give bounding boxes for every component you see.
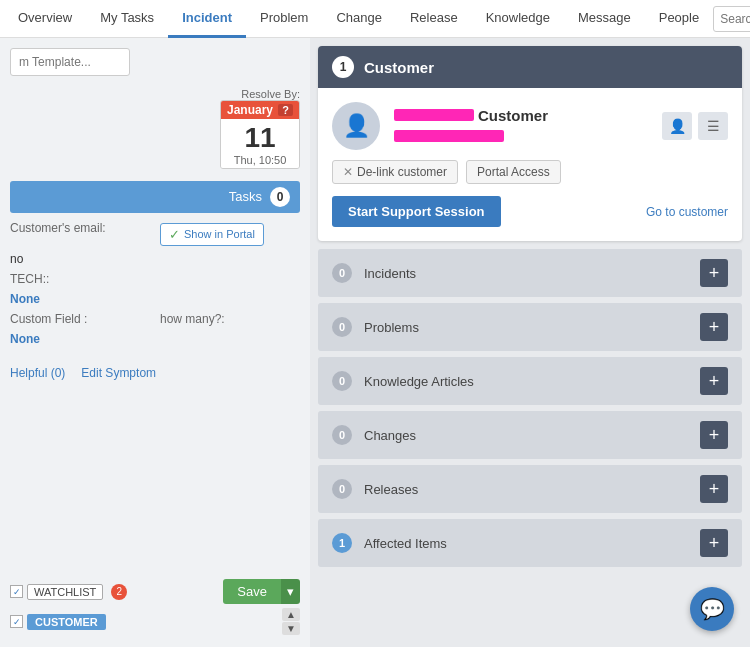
- check-icon: ✓: [169, 227, 180, 242]
- changes-add-button[interactable]: +: [700, 421, 728, 449]
- show-portal-label: Show in Portal: [184, 228, 255, 240]
- customer-body: 👤 Customer 👤 ☰: [318, 88, 742, 241]
- list-item[interactable]: 0 Problems +: [318, 303, 742, 351]
- customer-name: Customer: [478, 107, 548, 124]
- tab-release[interactable]: Release: [396, 0, 472, 38]
- releases-label: Releases: [364, 482, 700, 497]
- list-item[interactable]: 0 Changes +: [318, 411, 742, 459]
- helpful-row: Helpful (0) Edit Symptom: [10, 366, 300, 380]
- calendar-box[interactable]: January ? 11 Thu, 10:50: [220, 100, 300, 169]
- knowledge-articles-label: Knowledge Articles: [364, 374, 700, 389]
- start-support-session-button[interactable]: Start Support Session: [332, 196, 501, 227]
- watchlist-tag: ✓ WATCHLIST 2: [10, 584, 127, 600]
- save-dropdown-button[interactable]: ▾: [281, 579, 300, 604]
- bottom-tags: ✓ WATCHLIST 2 Save ▾ ✓ CUSTOMER ▲ ▼: [10, 579, 300, 639]
- watchlist-row: ✓ WATCHLIST 2 Save ▾: [10, 579, 300, 604]
- releases-count: 0: [332, 479, 352, 499]
- customer-tag-row: ✓ CUSTOMER ▲ ▼: [10, 608, 300, 635]
- customer-profile-icon-btn[interactable]: 👤: [662, 112, 692, 140]
- search-input[interactable]: [720, 12, 750, 26]
- tab-my-tasks[interactable]: My Tasks: [86, 0, 168, 38]
- search-box[interactable]: 🔍: [713, 6, 750, 32]
- affected-items-count: 1: [332, 533, 352, 553]
- watchlist-checkbox[interactable]: ✓: [10, 585, 23, 598]
- save-button[interactable]: Save: [223, 579, 281, 604]
- incidents-label: Incidents: [364, 266, 700, 281]
- incidents-add-button[interactable]: +: [700, 259, 728, 287]
- chat-icon: 💬: [700, 597, 725, 621]
- scroll-arrows: ▲ ▼: [282, 608, 300, 635]
- tab-knowledge[interactable]: Knowledge: [472, 0, 564, 38]
- customer-list-icon-btn[interactable]: ☰: [698, 112, 728, 140]
- tab-people[interactable]: People: [645, 0, 713, 38]
- scroll-up-button[interactable]: ▲: [282, 608, 300, 621]
- section-number: 1: [332, 56, 354, 78]
- redacted-name-bar-2: [394, 130, 504, 142]
- go-to-customer-link[interactable]: Go to customer: [646, 205, 728, 219]
- tech-label: TECH::: [10, 272, 150, 286]
- x-icon: ✕: [343, 165, 353, 179]
- edit-symptom-link[interactable]: Edit Symptom: [81, 366, 156, 380]
- customer-info-row: 👤 Customer 👤 ☰: [332, 102, 728, 150]
- customer-actions: Start Support Session Go to customer: [332, 196, 728, 227]
- portal-access-button[interactable]: Portal Access: [466, 160, 561, 184]
- redacted-name-bar-1: [394, 109, 474, 121]
- tech-value[interactable]: None: [10, 292, 150, 306]
- affected-items-add-button[interactable]: +: [700, 529, 728, 557]
- customer-icons: 👤 ☰: [662, 112, 728, 140]
- info-grid: Customer's email: ✓ Show in Portal no TE…: [10, 221, 300, 346]
- custom-field-label: Custom Field :: [10, 312, 150, 326]
- list-item[interactable]: 0 Incidents +: [318, 249, 742, 297]
- tab-incident[interactable]: Incident: [168, 0, 246, 38]
- tab-overview[interactable]: Overview: [4, 0, 86, 38]
- right-panel: 1 Customer 👤 Customer 👤: [310, 38, 750, 647]
- expand-rows: 0 Incidents + 0 Problems + 0 Knowledge A…: [318, 249, 742, 567]
- tab-message[interactable]: Message: [564, 0, 645, 38]
- changes-count: 0: [332, 425, 352, 445]
- how-many-value[interactable]: None: [10, 332, 150, 346]
- changes-label: Changes: [364, 428, 700, 443]
- helpful-link[interactable]: Helpful (0): [10, 366, 65, 380]
- calendar-body: 11 Thu, 10:50: [221, 119, 299, 168]
- delink-customer-button[interactable]: ✕ De-link customer: [332, 160, 458, 184]
- tasks-count: 0: [270, 187, 290, 207]
- tab-problem[interactable]: Problem: [246, 0, 322, 38]
- calendar-time: Thu, 10:50: [221, 154, 299, 166]
- customer-email-label: Customer's email:: [10, 221, 150, 246]
- delink-label: De-link customer: [357, 165, 447, 179]
- problems-label: Problems: [364, 320, 700, 335]
- list-item[interactable]: 0 Knowledge Articles +: [318, 357, 742, 405]
- knowledge-articles-count: 0: [332, 371, 352, 391]
- customer-name-block: Customer: [394, 107, 648, 146]
- calendar-question: ?: [278, 104, 293, 116]
- customer-email-value: no: [10, 252, 150, 266]
- tab-change[interactable]: Change: [322, 0, 396, 38]
- watchlist-label: WATCHLIST: [27, 584, 103, 600]
- list-item[interactable]: 0 Releases +: [318, 465, 742, 513]
- how-many-label: how many?:: [160, 312, 300, 326]
- template-input[interactable]: [10, 48, 130, 76]
- scroll-down-button[interactable]: ▼: [282, 622, 300, 635]
- section-title: Customer: [364, 59, 434, 76]
- affected-items-label: Affected Items: [364, 536, 700, 551]
- chat-bubble-button[interactable]: 💬: [690, 587, 734, 631]
- show-portal-area: ✓ Show in Portal: [160, 221, 300, 246]
- problems-count: 0: [332, 317, 352, 337]
- tasks-label: Tasks: [229, 189, 262, 204]
- resolve-by-label: Resolve By:: [10, 88, 300, 100]
- calendar-month: January: [227, 103, 273, 117]
- resolve-by-section: Resolve By: January ? 11 Thu, 10:50: [10, 88, 300, 173]
- left-panel: Resolve By: January ? 11 Thu, 10:50 Task…: [0, 38, 310, 647]
- customer-tag: ✓ CUSTOMER: [10, 614, 106, 630]
- calendar-day: 11: [221, 123, 299, 154]
- top-nav: Overview My Tasks Incident Problem Chang…: [0, 0, 750, 38]
- list-item[interactable]: 1 Affected Items +: [318, 519, 742, 567]
- problems-add-button[interactable]: +: [700, 313, 728, 341]
- action-buttons-row: ✕ De-link customer Portal Access: [332, 160, 728, 184]
- show-portal-button[interactable]: ✓ Show in Portal: [160, 223, 264, 246]
- main-area: Resolve By: January ? 11 Thu, 10:50 Task…: [0, 38, 750, 647]
- customer-tag-label: CUSTOMER: [27, 614, 106, 630]
- customer-checkbox[interactable]: ✓: [10, 615, 23, 628]
- knowledge-articles-add-button[interactable]: +: [700, 367, 728, 395]
- releases-add-button[interactable]: +: [700, 475, 728, 503]
